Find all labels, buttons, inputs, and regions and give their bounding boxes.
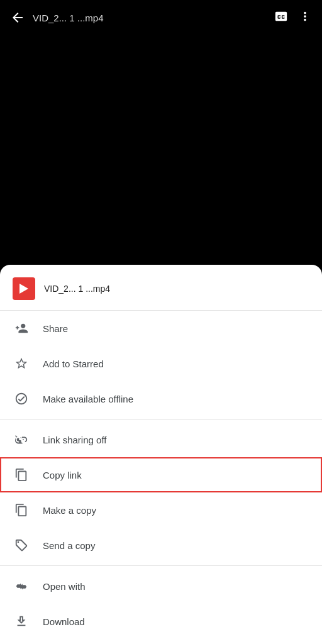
copy-link-label: Copy link xyxy=(43,470,82,480)
make-copy-label: Make a copy xyxy=(43,505,96,516)
menu-item-share[interactable]: Share xyxy=(0,311,322,346)
file-type-icon xyxy=(13,277,35,300)
download-icon xyxy=(13,613,30,630)
more-options-icon[interactable] xyxy=(298,9,312,26)
menu-item-starred[interactable]: Add to Starred xyxy=(0,346,322,381)
menu-item-open-with[interactable]: Open with xyxy=(0,569,322,604)
top-bar: VID_2... 1 ...mp4 xyxy=(0,0,322,35)
starred-label: Add to Starred xyxy=(43,358,104,369)
divider-2 xyxy=(0,565,322,566)
captions-icon[interactable] xyxy=(274,9,288,26)
star-icon xyxy=(13,355,30,372)
top-bar-icons xyxy=(274,9,312,26)
copy-link-icon xyxy=(13,466,30,484)
file-name: VID_2... 1 ...mp4 xyxy=(44,284,110,294)
send-copy-label: Send a copy xyxy=(43,540,95,551)
video-title: VID_2... 1 ...mp4 xyxy=(33,13,274,23)
open-with-icon xyxy=(13,577,30,595)
open-with-label: Open with xyxy=(43,581,86,592)
menu-item-download[interactable]: Download xyxy=(0,604,322,639)
svg-point-0 xyxy=(18,541,19,543)
bottom-sheet: VID_2... 1 ...mp4 Share Add to Starred M… xyxy=(0,265,322,644)
menu-item-send-copy[interactable]: Send a copy xyxy=(0,528,322,563)
video-area: VID_2... 1 ...mp4 xyxy=(0,0,322,245)
share-icon xyxy=(13,319,30,337)
download-label: Download xyxy=(43,616,85,627)
link-off-icon xyxy=(13,431,30,448)
file-header: VID_2... 1 ...mp4 xyxy=(0,265,322,311)
menu-item-link-sharing[interactable]: Link sharing off xyxy=(0,422,322,457)
menu-item-offline[interactable]: Make available offline xyxy=(0,381,322,416)
offline-pin-icon xyxy=(13,390,30,408)
send-copy-icon xyxy=(13,536,30,554)
play-triangle xyxy=(19,284,28,294)
divider-1 xyxy=(0,419,322,419)
share-label: Share xyxy=(43,323,68,334)
menu-item-make-copy[interactable]: Make a copy xyxy=(0,492,322,528)
menu-item-copy-link[interactable]: Copy link xyxy=(0,457,322,492)
back-button[interactable] xyxy=(10,10,25,25)
link-sharing-label: Link sharing off xyxy=(43,435,106,445)
make-copy-icon xyxy=(13,501,30,519)
offline-label: Make available offline xyxy=(43,394,133,404)
